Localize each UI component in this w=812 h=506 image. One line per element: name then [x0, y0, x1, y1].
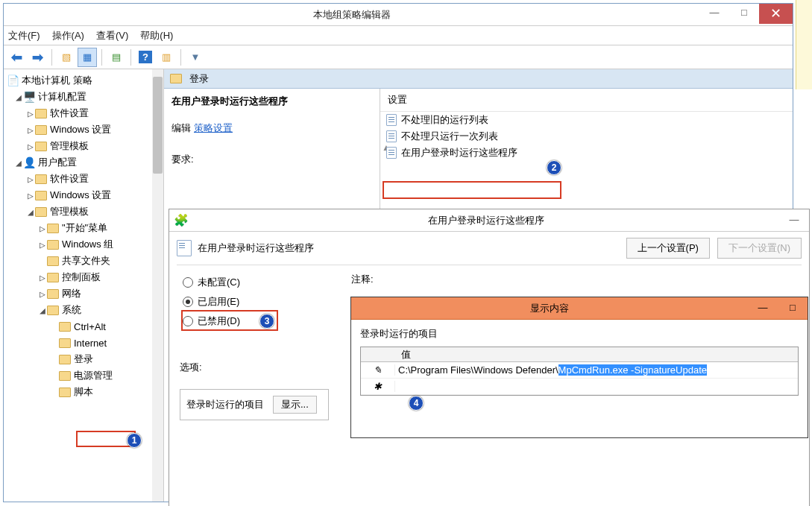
tree-computer-config[interactable]: ◢🖥️计算机配置	[4, 89, 163, 105]
prev-setting-button[interactable]: 上一个设置(P)	[626, 238, 710, 259]
minimize-button[interactable]: —	[699, 4, 729, 22]
titlebar: 本地组策略编辑器 — □ ✕	[4, 4, 793, 26]
show-dialog-maximize[interactable]: □	[778, 298, 808, 316]
tree-item[interactable]: Ctrl+Alt	[4, 318, 163, 335]
tree-item[interactable]: ▷"开始"菜单	[4, 220, 163, 236]
edit-row-icon: ✎	[361, 364, 395, 376]
menu-action[interactable]: 操作(A)	[52, 29, 84, 42]
maximize-button[interactable]: □	[729, 4, 759, 22]
show-dialog-title: 显示内容	[351, 302, 748, 315]
value-cell[interactable]: C:\Program Files\Windows Defender\MpCmdR…	[395, 364, 798, 376]
filter-icon[interactable]: ▼	[186, 48, 205, 67]
menu-help[interactable]: 帮助(H)	[140, 29, 173, 42]
toolbar: ⬅ ➡ ▧ ▦ ▤ ? ▥ ▼	[4, 45, 793, 69]
next-setting-button[interactable]: 下一个设置(N)	[717, 238, 802, 259]
content-header-title: 登录	[189, 72, 209, 86]
radio-not-configured[interactable]: 未配置(C)	[183, 273, 329, 292]
badge-1: 1	[127, 433, 142, 448]
tree-item[interactable]: ▷Windows 设置	[4, 187, 163, 203]
close-button[interactable]: ✕	[759, 4, 793, 24]
tree-item[interactable]: Internet	[4, 335, 163, 351]
desc-title: 在用户登录时运行这些程序	[171, 95, 372, 108]
toolbar-btn-1[interactable]: ▧	[57, 48, 76, 67]
radio-disabled[interactable]: 已禁用(D)	[183, 311, 329, 331]
tree-item[interactable]: ▷Windows 组	[4, 236, 163, 253]
right-decoration	[796, 0, 812, 89]
nav-forward-button[interactable]: ➡	[28, 48, 47, 67]
dialog-title: 在用户登录时运行这些程序	[193, 214, 779, 227]
show-button[interactable]: 显示...	[273, 396, 317, 414]
tree-item-login[interactable]: 登录	[4, 351, 163, 367]
badge-2: 2	[547, 160, 561, 175]
tree-scrollbar[interactable]	[152, 69, 163, 502]
menu-view[interactable]: 查看(V)	[96, 29, 128, 42]
menubar: 文件(F) 操作(A) 查看(V) 帮助(H)	[4, 26, 793, 45]
tree-item[interactable]: 脚本	[4, 384, 163, 400]
options-label: 选项:	[180, 361, 329, 374]
toolbar-btn-4[interactable]: ▥	[157, 48, 176, 67]
edit-label: 编辑	[171, 122, 191, 133]
list-item[interactable]: 不处理只运行一次列表	[380, 128, 793, 145]
show-dialog-titlebar: 显示内容 — □	[351, 297, 808, 320]
heading-icon	[177, 240, 192, 256]
toolbar-btn-2[interactable]: ▦	[78, 48, 97, 67]
grid-row-new[interactable]: ✱	[361, 379, 798, 395]
show-content-dialog: 显示内容 — □ 登录时运行的项目 值 ✎ C:\Program Files\W…	[350, 297, 808, 438]
badge-4: 4	[409, 396, 424, 411]
grid-row-1[interactable]: ✎ C:\Program Files\Windows Defender\MpCm…	[361, 362, 798, 379]
badge-3: 3	[259, 314, 274, 329]
show-dialog-label: 登录时运行的项目	[360, 327, 799, 341]
tree-item[interactable]: 共享文件夹	[4, 253, 163, 269]
tree-item[interactable]: ▷软件设置	[4, 105, 163, 121]
list-column-header[interactable]: 设置	[380, 89, 793, 112]
dialog-icon: 🧩	[174, 213, 189, 228]
tree-user-config[interactable]: ◢👤用户配置	[4, 154, 163, 171]
radio-enabled[interactable]: 已启用(E)	[183, 292, 329, 311]
dialog-titlebar: 🧩 在用户登录时运行这些程序 —	[169, 209, 809, 232]
tree-item[interactable]: ▷管理模板	[4, 138, 163, 154]
dialog-minimize[interactable]: —	[779, 210, 809, 228]
window-title: 本地组策略编辑器	[4, 8, 699, 22]
toolbar-btn-3[interactable]: ▤	[107, 48, 126, 67]
tree-item[interactable]: 电源管理	[4, 367, 163, 384]
values-grid: 值 ✎ C:\Program Files\Windows Defender\Mp…	[360, 347, 799, 396]
tree-item[interactable]: ▷网络	[4, 285, 163, 302]
tree-item[interactable]: ◢系统	[4, 302, 163, 318]
tree-root[interactable]: 📄本地计算机 策略	[4, 72, 163, 89]
setting-icon	[386, 114, 397, 126]
content-header: 登录	[164, 69, 793, 89]
tree-item[interactable]: ▷Windows 设置	[4, 121, 163, 138]
nav-back-button[interactable]: ⬅	[7, 48, 26, 67]
tree-item[interactable]: ▷软件设置	[4, 171, 163, 187]
new-row-icon: ✱	[361, 381, 395, 392]
folder-icon	[170, 74, 182, 83]
setting-icon	[386, 147, 397, 159]
comment-label: 注释:	[351, 273, 799, 286]
requirements-label: 要求:	[171, 153, 372, 166]
tree-item[interactable]: ▷控制面板	[4, 269, 163, 285]
help-icon[interactable]: ?	[136, 48, 155, 67]
column-value-header[interactable]: 值	[395, 348, 411, 361]
setting-icon	[386, 130, 397, 142]
list-item-run-on-login[interactable]: 在用户登录时运行这些程序	[380, 145, 793, 161]
tree-item[interactable]: ◢管理模板	[4, 203, 163, 220]
menu-file[interactable]: 文件(F)	[8, 29, 40, 42]
edit-policy-link[interactable]: 策略设置	[194, 122, 233, 133]
dialog-heading: 在用户登录时运行这些程序	[198, 241, 314, 255]
show-dialog-minimize[interactable]: —	[748, 298, 778, 316]
options-item-label: 登录时运行的项目	[186, 398, 264, 411]
list-item[interactable]: 不处理旧的运行列表	[380, 112, 793, 128]
